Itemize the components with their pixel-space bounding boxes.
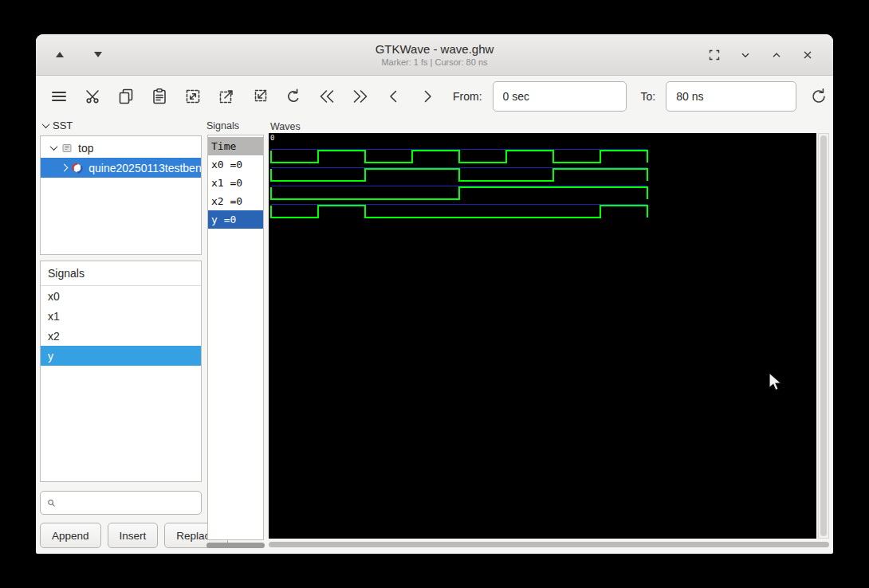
zoom-in-icon [217, 87, 236, 106]
chevron-up-icon [770, 49, 783, 61]
time-origin-label: 0 [270, 134, 274, 142]
go-to-end-icon [351, 87, 370, 106]
signal-list-item-x0[interactable]: x0 [41, 286, 201, 306]
cut-icon [83, 87, 102, 106]
copy-button[interactable] [114, 85, 137, 108]
zoom-out-icon [250, 87, 269, 106]
next-edge-icon [418, 87, 437, 106]
waves-panel-header: Waves [270, 121, 301, 132]
maximize-button[interactable] [767, 45, 786, 65]
mouse-cursor-icon [768, 372, 785, 396]
toolbar: From: To: [36, 76, 833, 116]
search-icon [47, 497, 56, 509]
trace-name-row[interactable]: x0 =0 [208, 155, 263, 174]
sst-header[interactable]: SST [43, 120, 73, 131]
signals-list-header: Signals [41, 261, 201, 286]
scroll-traces-down-button[interactable] [88, 45, 108, 65]
tree-item-label: top [78, 142, 93, 155]
titlebar-left-controls [36, 45, 108, 65]
trace-name-row[interactable]: y =0 [208, 210, 263, 229]
scrollbar-thumb[interactable] [820, 135, 827, 536]
go-to-start-button[interactable] [315, 85, 338, 108]
signal-list-item-x2[interactable]: x2 [41, 326, 201, 346]
module-icon [72, 162, 84, 174]
previous-edge-icon [384, 87, 403, 106]
wave-svg [269, 133, 816, 539]
paste-button[interactable] [147, 85, 171, 108]
scroll-traces-up-button[interactable] [50, 45, 69, 65]
zoom-fit-button[interactable] [181, 85, 204, 108]
names-rows: x0 =0x1 =0x2 =0y =0 [208, 155, 263, 229]
names-horizontal-scrollbar[interactable] [206, 543, 265, 549]
titlebar: GTKWave - wave.ghw Marker: 1 fs | Cursor… [36, 34, 833, 76]
chevron-down-icon[interactable] [50, 143, 58, 151]
search-input[interactable] [61, 492, 201, 514]
names-panel-header: Signals [206, 120, 239, 131]
sst-header-label: SST [53, 120, 73, 131]
signal-list-item-y[interactable]: y [41, 346, 201, 366]
chevron-down-icon [42, 120, 50, 128]
triangle-up-icon [56, 52, 64, 57]
window-title: GTKWave - wave.ghw [376, 42, 494, 56]
signals-list-panel: Signals x0x1x2y [40, 261, 202, 482]
copy-icon [116, 87, 136, 106]
menu-icon [49, 87, 69, 106]
time-header-cell[interactable]: Time [208, 137, 263, 155]
window-controls [705, 45, 833, 65]
waves-vertical-scrollbar[interactable] [818, 133, 829, 539]
zoom-fit-icon [183, 87, 203, 106]
sst-tree: topquine20250113testbenc [40, 135, 202, 255]
chevron-down-icon [739, 49, 752, 61]
gtkwave-window: GTKWave - wave.ghw Marker: 1 fs | Cursor… [36, 34, 833, 554]
trace-name-row[interactable]: x2 =0 [208, 192, 263, 210]
go-to-start-icon [317, 87, 336, 106]
reload-icon [809, 87, 828, 106]
paste-icon [150, 87, 169, 106]
reload-button[interactable] [807, 85, 830, 108]
tree-item-label: quine20250113testbenc [88, 162, 201, 174]
from-label: From: [453, 90, 482, 103]
close-button[interactable] [798, 45, 817, 65]
close-icon [801, 49, 814, 61]
window-subtitle: Marker: 1 fs | Cursor: 80 ns [381, 57, 487, 67]
signal-action-buttons: Append Insert Replace [40, 523, 228, 548]
chevron-right-icon[interactable] [61, 164, 69, 172]
search-box [40, 491, 202, 515]
names-panel: Time x0 =0x1 =0x2 =0y =0 [207, 135, 264, 540]
scrollbar-thumb[interactable] [269, 542, 829, 547]
restore-button[interactable] [705, 45, 724, 65]
to-input[interactable] [666, 81, 796, 112]
next-edge-button[interactable] [415, 85, 438, 108]
shade-button[interactable] [736, 45, 755, 65]
restore-icon [708, 49, 721, 61]
signal-list-item-x1[interactable]: x1 [41, 306, 201, 326]
append-button[interactable]: Append [40, 523, 101, 548]
zoom-out-button[interactable] [248, 85, 271, 108]
go-to-end-button[interactable] [348, 85, 372, 108]
waves-horizontal-scrollbar[interactable] [269, 542, 829, 548]
tree-item-top[interactable]: top [41, 138, 201, 158]
cut-button[interactable] [81, 85, 104, 108]
tree-item-quine20250113testbenc[interactable]: quine20250113testbenc [41, 158, 201, 178]
undo-icon [284, 87, 303, 106]
triangle-down-icon [94, 52, 102, 57]
menu-button[interactable] [47, 85, 70, 108]
scrollbar-thumb[interactable] [206, 543, 265, 548]
to-label: To: [641, 90, 656, 103]
signals-list-items: x0x1x2y [41, 286, 201, 366]
wave-canvas[interactable]: 0 [269, 133, 816, 539]
zoom-in-button[interactable] [214, 85, 238, 108]
insert-button[interactable]: Insert [108, 523, 159, 548]
previous-edge-button[interactable] [382, 85, 405, 108]
trace-name-row[interactable]: x1 =0 [208, 174, 263, 192]
undo-button[interactable] [281, 85, 305, 108]
chip-icon [61, 142, 73, 154]
from-input[interactable] [493, 81, 627, 112]
